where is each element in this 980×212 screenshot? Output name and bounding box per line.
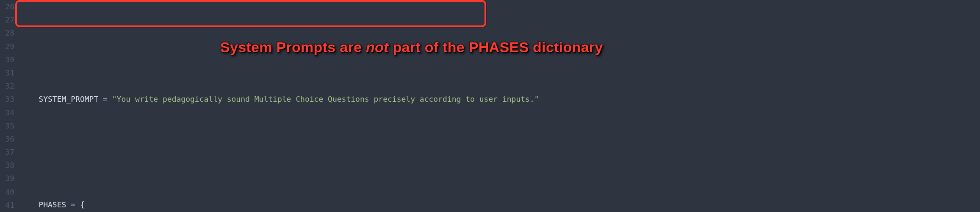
brace-open: { <box>80 200 85 209</box>
line-number: 31 <box>3 66 14 79</box>
line-number: 33 <box>3 92 14 106</box>
line-number: 27 <box>3 13 14 26</box>
code-editor: 2627282930313233343536373839404142 SYSTE… <box>0 0 980 212</box>
annotation-text-post: part of the PHASES dictionary <box>389 39 603 55</box>
line-number: 38 <box>3 159 14 172</box>
line-number: 35 <box>3 119 14 132</box>
line-number: 28 <box>3 26 14 39</box>
line-number: 26 <box>3 0 14 13</box>
annotation-text-pre: System Prompts are <box>220 39 366 55</box>
annotation-text-em: not <box>366 39 389 55</box>
code-line-27: SYSTEM_PROMPT = "You write pedagogically… <box>20 92 980 106</box>
line-number: 37 <box>3 145 14 159</box>
code-line-29: PHASES = { <box>20 198 980 211</box>
line-number: 30 <box>3 53 14 66</box>
line-number: 32 <box>3 79 14 92</box>
variable-system-prompt: SYSTEM_PROMPT <box>39 95 98 103</box>
operator-assign: = <box>66 200 80 209</box>
string-literal: "You write pedagogically sound Multiple … <box>112 95 539 103</box>
line-number: 34 <box>3 106 14 119</box>
line-number: 39 <box>3 172 14 185</box>
code-area: SYSTEM_PROMPT = "You write pedagogically… <box>19 0 980 212</box>
line-number: 40 <box>3 185 14 198</box>
line-number: 36 <box>3 132 14 145</box>
variable-phases: PHASES <box>39 200 66 209</box>
code-line-28 <box>20 145 980 159</box>
line-number: 29 <box>3 40 14 53</box>
operator-assign: = <box>98 95 112 103</box>
line-number: 41 <box>3 198 14 212</box>
annotation-label: System Prompts are not part of the PHASE… <box>220 35 603 60</box>
line-number-gutter: 2627282930313233343536373839404142 <box>0 0 19 212</box>
